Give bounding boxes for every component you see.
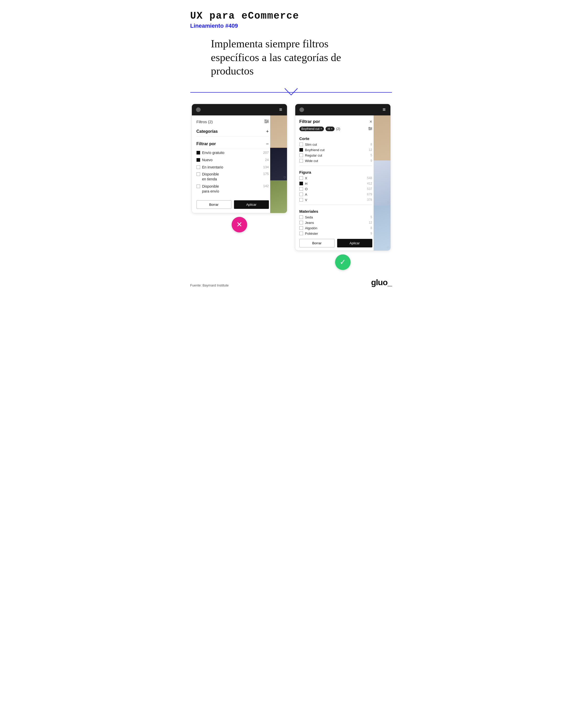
- label-figura-0: X: [305, 176, 365, 180]
- svg-point-7: [369, 127, 369, 128]
- close-icon[interactable]: ×: [369, 119, 372, 125]
- cb-mat-3: [299, 232, 303, 235]
- product-img-2: ♡: [270, 148, 287, 180]
- filter-label-1: Nuevo: [202, 158, 263, 162]
- filter-count-3: 175: [263, 172, 269, 176]
- cb-corte-3: [299, 159, 303, 162]
- heart-icon-1: ♡: [283, 176, 286, 179]
- phone-circle-left: [196, 107, 201, 112]
- mat-item-2: Algodón 8: [299, 226, 372, 231]
- checkbox-empty-2: [196, 165, 200, 169]
- sliders-icon-left: [264, 120, 269, 124]
- filter-item-3: Disponibleen tienda 175: [196, 171, 269, 183]
- label-figura-4: V: [305, 198, 365, 202]
- filtrar-row: Filtrar por −: [196, 139, 269, 149]
- filter-label-4: Disponiblepara envío: [202, 184, 261, 194]
- active-filters-row: Boyfriend cut × H × (2): [299, 127, 372, 131]
- tag-label-h: H: [328, 127, 330, 131]
- count-mat-0: 5: [370, 215, 372, 219]
- filter-count-1: 24: [265, 158, 269, 162]
- count-corte-3: 9: [370, 159, 372, 162]
- product-img-right-1: [373, 115, 390, 160]
- label-corte-3: Wide cut: [305, 159, 368, 163]
- count-figura-4: 378: [367, 198, 372, 202]
- page-title: UX para eCommerce: [190, 10, 392, 22]
- cb-corte-2: [299, 153, 303, 157]
- divider-2: [299, 205, 372, 205]
- figura-item-1: H 412: [299, 181, 372, 186]
- filter-label-3: Disponibleen tienda: [202, 172, 261, 182]
- label-mat-0: Seda: [305, 215, 368, 219]
- product-images-left: ♡ ♡: [270, 115, 287, 213]
- left-content-wrapper: Filtros (2): [192, 115, 287, 213]
- mat-item-0: Seda 5: [299, 214, 372, 220]
- divider-section: [190, 88, 392, 96]
- tag-x-h[interactable]: ×: [331, 127, 332, 130]
- left-mockup-wrapper: ≡ Filtros (2): [192, 104, 287, 270]
- product-img-right-2: ♡: [373, 160, 390, 206]
- count-figura-2: 537: [367, 187, 372, 191]
- cb-figura-0: [299, 176, 303, 180]
- guideline-label: Lineamiento #409: [190, 23, 392, 29]
- cb-mat-1: [299, 221, 303, 225]
- hamburger-icon-right: ≡: [383, 107, 386, 112]
- label-mat-1: Jeans: [305, 221, 367, 225]
- label-mat-3: Poliéster: [305, 232, 368, 235]
- filtrar-label: Filtrar por: [196, 141, 216, 146]
- gluo-logo: gluo_: [371, 278, 392, 287]
- count-corte-0: 8: [370, 142, 372, 146]
- svg-point-1: [265, 120, 266, 121]
- filter-por-title: Filtrar por: [299, 119, 320, 124]
- figura-item-2: O 537: [299, 186, 372, 192]
- aplicar-button-right[interactable]: Aplicar: [337, 239, 372, 248]
- sliders-icon-right: [368, 127, 372, 131]
- heart-icon-2: ♡: [283, 209, 286, 212]
- headline: Implementa siempre filtros específicos a…: [211, 37, 361, 78]
- count-mat-3: 9: [370, 232, 372, 235]
- filter-header-row: Filtros (2): [196, 120, 269, 124]
- checkbox-empty-4: [196, 184, 200, 188]
- phone-topbar-left: ≡: [192, 104, 287, 115]
- checkbox-empty-3: [196, 172, 200, 176]
- label-figura-3: A: [305, 192, 365, 197]
- action-buttons-right[interactable]: Borrar Aplicar: [299, 239, 372, 248]
- correct-badge: ✓: [335, 254, 351, 270]
- heart-icon-right-1: ♡: [387, 201, 389, 204]
- product-img-1: [270, 115, 287, 148]
- hamburger-icon-left: ≡: [279, 107, 283, 112]
- wrong-badge: ✕: [232, 217, 247, 232]
- count-mat-2: 8: [370, 226, 372, 230]
- checkbox-filled-0: [196, 151, 200, 155]
- filtrar-minus-icon: −: [266, 141, 269, 147]
- right-mockup-wrapper: ≡ Filtrar por × Boyfriend cut ×: [295, 104, 391, 270]
- categories-label: Categorías: [196, 129, 218, 134]
- cb-mat-0: [299, 215, 303, 219]
- corte-item-3: Wide cut 9: [299, 158, 372, 163]
- filter-count-2: 134: [263, 165, 269, 169]
- borrar-button-left[interactable]: Borrar: [196, 200, 231, 209]
- footer-row: Fuente: Baymard Institute gluo_: [190, 278, 392, 287]
- label-corte-1: Boyfriend cut: [305, 148, 367, 152]
- svg-point-5: [266, 122, 267, 123]
- right-phone-mockup: ≡ Filtrar por × Boyfriend cut ×: [295, 104, 391, 251]
- filter-tag-h: H ×: [326, 127, 335, 131]
- corte-item-2: Regular cut 5: [299, 153, 372, 158]
- filter-count-0: 207: [263, 151, 269, 155]
- borrar-button-right[interactable]: Borrar: [299, 239, 335, 248]
- filter-label-2: En inventario: [202, 165, 261, 169]
- filter-header-title: Filtros (2): [196, 120, 213, 124]
- filter-por-header: Filtrar por ×: [299, 119, 372, 125]
- aplicar-button-left[interactable]: Aplicar: [234, 200, 269, 209]
- product-img-3: ♡: [270, 180, 287, 213]
- categories-plus-icon: +: [266, 129, 269, 134]
- count-corte-2: 5: [370, 153, 372, 157]
- mat-item-3: Poliéster 9: [299, 231, 372, 236]
- count-figura-1: 412: [367, 182, 372, 185]
- filter-item-1: Nuevo 24: [196, 156, 269, 163]
- cb-corte-0: [299, 142, 303, 146]
- active-count: (2): [336, 127, 340, 131]
- tag-x-boyfriend[interactable]: ×: [321, 127, 322, 130]
- filter-item-0: Envío gratuito 207: [196, 149, 269, 156]
- label-figura-1: H: [305, 182, 365, 186]
- action-buttons-left[interactable]: Borrar Aplicar: [196, 200, 269, 209]
